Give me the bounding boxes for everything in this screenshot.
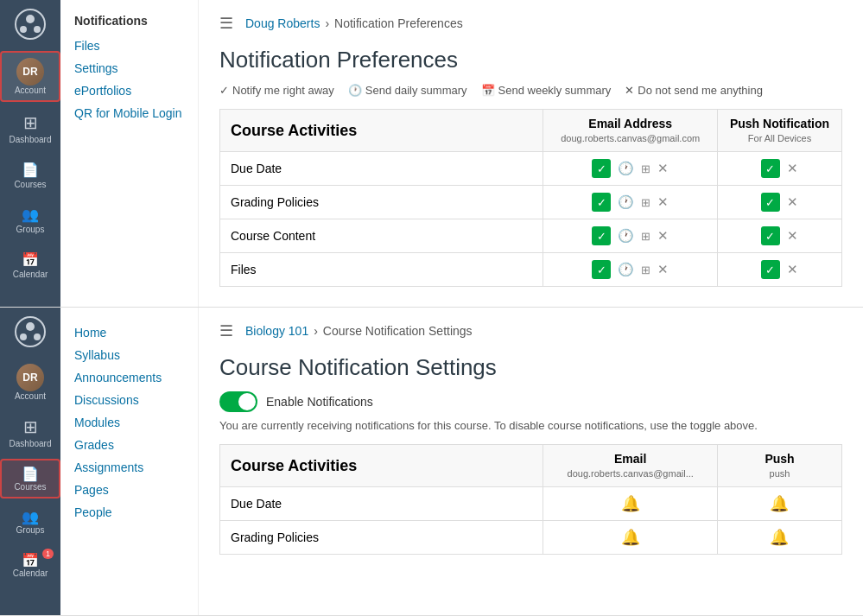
sidebar-item-groups-top[interactable]: 👥 Groups — [0, 200, 60, 241]
push-bell-icon[interactable]: 🔔 — [770, 529, 789, 546]
nav-link-qr[interactable]: QR for Mobile Login — [60, 102, 198, 124]
row-push-controls: ✓ ✕ — [717, 219, 841, 253]
notify-daily-btn[interactable]: 🕐 — [618, 262, 634, 277]
sidebar-item-dashboard-top[interactable]: ⊞ Dashboard — [0, 105, 60, 151]
push-immediate-btn[interactable]: ✓ — [761, 260, 780, 279]
calendar-icon-top: 📅 — [22, 251, 39, 268]
sidebar-item-courses-bottom[interactable]: 📄 Courses — [0, 459, 60, 499]
courses-label-bottom: Courses — [14, 482, 46, 492]
left-nav-top: Notifications Files Settings ePortfolios… — [60, 0, 199, 307]
notify-immediate-btn[interactable]: ✓ — [592, 226, 611, 245]
table-row: Due Date 🔔 🔔 — [220, 487, 842, 521]
left-nav-bottom: Home Syllabus Announcements Discussions … — [60, 308, 199, 615]
nav-link-grades[interactable]: Grades — [60, 434, 198, 456]
breadcrumb-bottom: ☰ Biology 101 › Course Notification Sett… — [219, 321, 842, 340]
row-push-controls: ✓ ✕ — [717, 152, 841, 186]
push-col-header-bottom: Push — [765, 452, 794, 466]
notify-none-btn[interactable]: ✕ — [657, 262, 669, 277]
email-col-header-bottom: Email — [614, 452, 646, 466]
row-email-controls: ✓ 🕐 ⊞ ✕ — [543, 253, 718, 287]
courses-icon-bottom: 📄 — [22, 466, 39, 482]
row-push-bell: 🔔 — [717, 521, 841, 555]
notify-daily-btn[interactable]: 🕐 — [618, 228, 634, 244]
notify-daily-btn[interactable]: 🕐 — [618, 161, 634, 176]
nav-link-files[interactable]: Files — [60, 35, 198, 57]
breadcrumb-current-bottom: Course Notification Settings — [323, 324, 473, 338]
nav-link-announcements[interactable]: Announcements — [60, 366, 198, 389]
legend-immediate: ✓ Notify me right away — [219, 84, 334, 97]
notify-immediate-btn[interactable]: ✓ — [592, 159, 611, 178]
notify-immediate-btn[interactable]: ✓ — [592, 260, 611, 279]
notify-weekly-btn[interactable]: ⊞ — [641, 196, 650, 209]
row-label: Course Content — [220, 219, 543, 253]
notify-none-btn[interactable]: ✕ — [657, 194, 669, 210]
legend-weekly: 📅 Send weekly summary — [481, 84, 612, 97]
sidebar-item-dashboard-bottom[interactable]: ⊞ Dashboard — [0, 410, 60, 455]
legend-immediate-label: Notify me right away — [232, 84, 334, 97]
push-immediate-btn[interactable]: ✓ — [761, 226, 780, 245]
push-none-btn[interactable]: ✕ — [787, 194, 798, 210]
nav-link-settings[interactable]: Settings — [60, 57, 198, 79]
row-label: Files — [220, 253, 543, 287]
notification-table-bottom: Course Activities Email doug.roberts.can… — [219, 444, 842, 555]
notify-none-btn[interactable]: ✕ — [657, 161, 669, 176]
row-email-controls: ✓ 🕐 ⊞ ✕ — [543, 152, 718, 186]
nav-link-syllabus[interactable]: Syllabus — [60, 344, 198, 366]
sidebar-item-calendar-bottom[interactable]: 📅 Calendar 1 — [0, 545, 60, 585]
sidebar-item-account-bottom[interactable]: DR Account — [0, 359, 60, 406]
nav-link-pages[interactable]: Pages — [60, 479, 198, 501]
nav-link-modules[interactable]: Modules — [60, 411, 198, 434]
email-bell-icon[interactable]: 🔔 — [621, 529, 640, 546]
push-immediate-btn[interactable]: ✓ — [761, 159, 780, 178]
push-none-btn[interactable]: ✕ — [787, 228, 798, 244]
nav-link-discussions[interactable]: Discussions — [60, 389, 198, 411]
notify-none-btn[interactable]: ✕ — [657, 228, 669, 244]
avatar-bottom: DR — [16, 364, 44, 391]
legend-top: ✓ Notify me right away 🕐 Send daily summ… — [219, 84, 842, 97]
push-none-btn[interactable]: ✕ — [787, 262, 798, 277]
table-header-activities: Course Activities — [220, 110, 543, 152]
courses-icon-top: 📄 — [22, 162, 39, 178]
svg-point-2 — [20, 26, 27, 33]
sidebar-item-courses-top[interactable]: 📄 Courses — [0, 155, 60, 196]
svg-point-3 — [34, 26, 41, 33]
notify-weekly-btn[interactable]: ⊞ — [641, 264, 650, 276]
push-col-sub-bottom: push — [770, 468, 790, 479]
sidebar-logo-bottom[interactable] — [15, 316, 46, 350]
push-col-header: Push Notification — [730, 117, 829, 130]
push-bell-icon[interactable]: 🔔 — [770, 495, 789, 512]
calendar-icon-bottom: 📅 — [22, 552, 39, 568]
legend-daily: 🕐 Send daily summary — [348, 84, 467, 97]
sidebar-item-calendar-top[interactable]: 📅 Calendar — [0, 244, 60, 286]
legend-none-label: Do not send me anything — [638, 84, 763, 97]
breadcrumb-current-top: Notification Preferences — [334, 16, 463, 30]
push-none-btn[interactable]: ✕ — [787, 161, 798, 176]
groups-icon-bottom: 👥 — [22, 509, 39, 525]
clock-icon: 🕐 — [348, 84, 362, 97]
email-bell-icon[interactable]: 🔔 — [621, 495, 640, 512]
checkmark-icon: ✓ — [219, 84, 229, 97]
nav-section-title-top: Notifications — [60, 14, 198, 35]
notify-weekly-btn[interactable]: ⊞ — [641, 230, 650, 243]
breadcrumb-link-bottom[interactable]: Biology 101 — [245, 324, 308, 338]
hamburger-bottom[interactable]: ☰ — [219, 321, 233, 340]
notify-weekly-btn[interactable]: ⊞ — [641, 162, 650, 175]
svg-point-0 — [16, 10, 45, 39]
nav-link-home[interactable]: Home — [60, 321, 198, 344]
table-header-email-bottom: Email doug.roberts.canvas@gmail... — [543, 445, 718, 487]
sidebar-item-groups-bottom[interactable]: 👥 Groups — [0, 502, 60, 542]
row-email-bell: 🔔 — [543, 487, 718, 521]
sidebar-logo-top[interactable] — [15, 9, 46, 42]
hamburger-top[interactable]: ☰ — [219, 14, 233, 33]
nav-link-eportfolios[interactable]: ePortfolios — [60, 79, 198, 102]
notify-daily-btn[interactable]: 🕐 — [618, 194, 634, 210]
page-title-top: Notification Preferences — [219, 47, 842, 73]
notify-immediate-btn[interactable]: ✓ — [592, 193, 611, 212]
sidebar-item-account-top[interactable]: DR Account — [0, 51, 60, 102]
breadcrumb-link-top[interactable]: Doug Roberts — [245, 16, 320, 30]
nav-link-people[interactable]: People — [60, 501, 198, 524]
push-immediate-btn[interactable]: ✓ — [761, 193, 780, 212]
sidebar-bottom: DR Account ⊞ Dashboard 📄 Courses 👥 Group… — [0, 308, 60, 615]
enable-notifications-toggle[interactable] — [219, 391, 257, 412]
nav-link-assignments[interactable]: Assignments — [60, 456, 198, 479]
